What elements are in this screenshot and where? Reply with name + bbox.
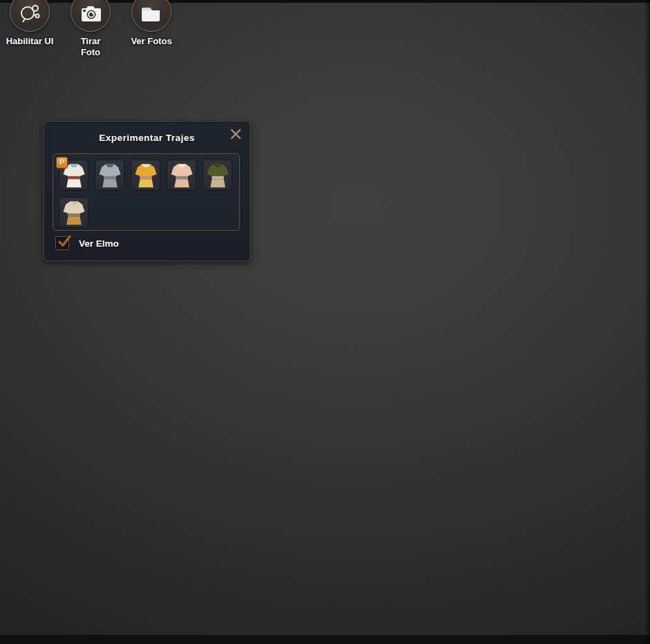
dialog-title: Experimentar Trajes [44, 133, 250, 143]
view-photos-button[interactable]: Ver Fotos [127, 0, 176, 58]
costume-grid: P [53, 153, 240, 231]
screen-bottom-strip [0, 635, 650, 644]
ui-bubbles-icon [10, 0, 50, 32]
dialog-header: Experimentar Trajes [44, 122, 250, 145]
view-photos-label: Ver Fotos [131, 36, 171, 47]
try-costumes-dialog: Experimentar Trajes P Ver Elmo [44, 121, 250, 261]
close-icon[interactable] [229, 127, 243, 141]
costume-thumbnail-peach-outfit[interactable] [167, 160, 196, 191]
enable-ui-button[interactable]: Habilitar UI [6, 0, 54, 58]
costume-thumbnail-golden-outfit[interactable] [131, 160, 160, 191]
photo-mode-toolbar: Habilitar UI Tirar Foto Ver Fotos [0, 0, 176, 58]
show-helmet-toggle[interactable]: Ver Elmo [55, 236, 119, 250]
take-photo-label: Tirar Foto [81, 36, 101, 58]
show-helmet-checkbox[interactable] [55, 236, 69, 250]
costume-thumbnail-cream-tan-outfit[interactable] [59, 197, 89, 228]
costume-thumbnail-white-blue-outfit[interactable]: P [59, 160, 89, 191]
folder-icon [131, 0, 171, 32]
enable-ui-label: Habilitar UI [6, 36, 54, 47]
costume-thumbnail-gray-dress[interactable] [95, 160, 124, 191]
show-helmet-label: Ver Elmo [79, 238, 119, 249]
costume-thumbnail-olive-green-outfit[interactable] [203, 160, 232, 191]
screen-right-vignette [644, 0, 650, 644]
camera-icon [71, 0, 111, 32]
pearl-item-badge: P [56, 157, 68, 169]
take-photo-button[interactable]: Tirar Foto [66, 0, 115, 58]
